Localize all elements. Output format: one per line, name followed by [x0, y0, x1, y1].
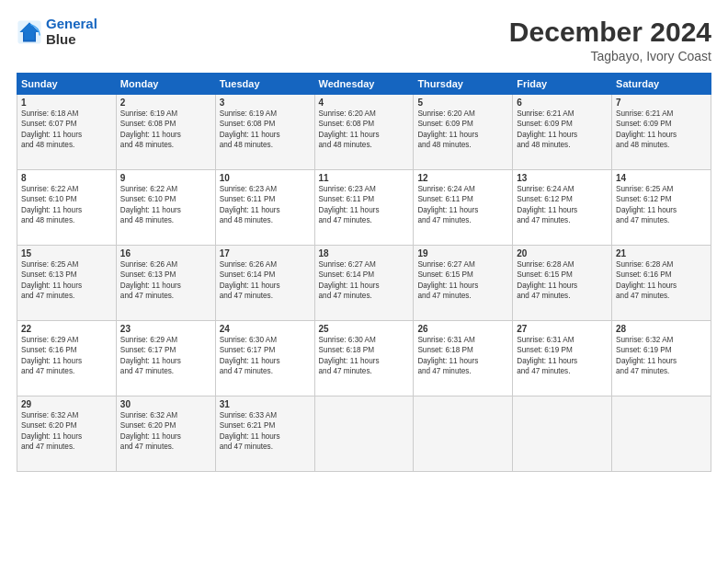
- day-info: Sunrise: 6:24 AMSunset: 6:12 PMDaylight:…: [517, 185, 577, 224]
- day-number: 11: [319, 173, 410, 183]
- day-number: 28: [616, 324, 707, 334]
- calendar-cell: 9 Sunrise: 6:22 AMSunset: 6:10 PMDayligh…: [116, 170, 215, 246]
- logo-icon: [17, 19, 42, 45]
- calendar-cell: 3 Sunrise: 6:19 AMSunset: 6:08 PMDayligh…: [215, 95, 314, 170]
- calendar-cell: 1 Sunrise: 6:18 AMSunset: 6:07 PMDayligh…: [17, 95, 117, 170]
- page: General Blue December 2024 Tagbayo, Ivor…: [0, 0, 728, 563]
- calendar-cell: 25 Sunrise: 6:30 AMSunset: 6:18 PMDaylig…: [314, 321, 414, 396]
- calendar-header-friday: Friday: [513, 74, 612, 95]
- day-number: 18: [319, 248, 410, 259]
- calendar-cell: 5 Sunrise: 6:20 AMSunset: 6:09 PMDayligh…: [414, 95, 513, 170]
- calendar-header-thursday: Thursday: [414, 74, 513, 95]
- logo-text: General Blue: [46, 17, 97, 47]
- logo-line1: General: [46, 16, 97, 31]
- day-info: Sunrise: 6:19 AMSunset: 6:08 PMDaylight:…: [220, 109, 280, 149]
- calendar-cell: 17 Sunrise: 6:26 AMSunset: 6:14 PMDaylig…: [215, 246, 314, 321]
- calendar-cell: [414, 396, 513, 472]
- day-number: 22: [21, 324, 112, 334]
- calendar-cell: 24 Sunrise: 6:30 AMSunset: 6:17 PMDaylig…: [215, 321, 314, 396]
- day-number: 3: [220, 98, 311, 108]
- calendar-cell: 4 Sunrise: 6:20 AMSunset: 6:08 PMDayligh…: [314, 95, 414, 170]
- day-info: Sunrise: 6:27 AMSunset: 6:14 PMDaylight:…: [319, 260, 380, 300]
- calendar-header-saturday: Saturday: [612, 74, 711, 95]
- day-number: 15: [21, 248, 112, 259]
- main-title: December 2024: [509, 17, 711, 47]
- day-info: Sunrise: 6:30 AMSunset: 6:17 PMDaylight:…: [220, 336, 280, 375]
- calendar-cell: 18 Sunrise: 6:27 AMSunset: 6:14 PMDaylig…: [314, 246, 414, 321]
- calendar-cell: 11 Sunrise: 6:23 AMSunset: 6:11 PMDaylig…: [314, 170, 414, 246]
- day-number: 6: [517, 98, 608, 108]
- calendar-header-monday: Monday: [116, 74, 215, 95]
- day-info: Sunrise: 6:22 AMSunset: 6:10 PMDaylight:…: [21, 185, 82, 224]
- calendar-cell: 19 Sunrise: 6:27 AMSunset: 6:15 PMDaylig…: [414, 246, 513, 321]
- day-number: 5: [417, 98, 508, 108]
- calendar-cell: [513, 396, 612, 472]
- calendar-header-sunday: Sunday: [17, 74, 117, 95]
- calendar-cell: 21 Sunrise: 6:28 AMSunset: 6:16 PMDaylig…: [612, 246, 711, 321]
- title-block: December 2024 Tagbayo, Ivory Coast: [509, 17, 711, 63]
- day-info: Sunrise: 6:23 AMSunset: 6:11 PMDaylight:…: [220, 185, 280, 224]
- day-info: Sunrise: 6:20 AMSunset: 6:08 PMDaylight:…: [319, 109, 380, 149]
- day-info: Sunrise: 6:21 AMSunset: 6:09 PMDaylight:…: [616, 109, 677, 149]
- day-number: 29: [21, 399, 112, 409]
- calendar-cell: 7 Sunrise: 6:21 AMSunset: 6:09 PMDayligh…: [612, 95, 711, 170]
- calendar-cell: [314, 396, 414, 472]
- calendar-cell: 16 Sunrise: 6:26 AMSunset: 6:13 PMDaylig…: [116, 246, 215, 321]
- day-info: Sunrise: 6:21 AMSunset: 6:09 PMDaylight:…: [517, 109, 577, 149]
- day-info: Sunrise: 6:31 AMSunset: 6:18 PMDaylight:…: [417, 336, 478, 375]
- day-info: Sunrise: 6:24 AMSunset: 6:11 PMDaylight:…: [417, 185, 478, 224]
- day-number: 19: [417, 248, 508, 259]
- day-number: 10: [220, 173, 311, 183]
- calendar: SundayMondayTuesdayWednesdayThursdayFrid…: [17, 73, 711, 472]
- calendar-header-tuesday: Tuesday: [215, 74, 314, 95]
- calendar-cell: 15 Sunrise: 6:25 AMSunset: 6:13 PMDaylig…: [17, 246, 117, 321]
- day-number: 21: [616, 248, 707, 259]
- calendar-cell: 10 Sunrise: 6:23 AMSunset: 6:11 PMDaylig…: [215, 170, 314, 246]
- day-info: Sunrise: 6:32 AMSunset: 6:20 PMDaylight:…: [21, 411, 82, 451]
- day-number: 1: [21, 98, 112, 108]
- day-info: Sunrise: 6:28 AMSunset: 6:15 PMDaylight:…: [517, 260, 577, 300]
- day-number: 9: [120, 173, 211, 183]
- day-info: Sunrise: 6:25 AMSunset: 6:12 PMDaylight:…: [616, 185, 677, 224]
- calendar-cell: 26 Sunrise: 6:31 AMSunset: 6:18 PMDaylig…: [414, 321, 513, 396]
- calendar-week-row: 29 Sunrise: 6:32 AMSunset: 6:20 PMDaylig…: [17, 396, 711, 472]
- calendar-cell: 12 Sunrise: 6:24 AMSunset: 6:11 PMDaylig…: [414, 170, 513, 246]
- day-info: Sunrise: 6:25 AMSunset: 6:13 PMDaylight:…: [21, 260, 82, 300]
- day-number: 24: [220, 324, 311, 334]
- calendar-cell: 2 Sunrise: 6:19 AMSunset: 6:08 PMDayligh…: [116, 95, 215, 170]
- day-number: 25: [319, 324, 410, 334]
- day-info: Sunrise: 6:33 AMSunset: 6:21 PMDaylight:…: [220, 411, 280, 451]
- header: General Blue December 2024 Tagbayo, Ivor…: [17, 17, 711, 63]
- day-info: Sunrise: 6:26 AMSunset: 6:14 PMDaylight:…: [220, 260, 280, 300]
- calendar-cell: 29 Sunrise: 6:32 AMSunset: 6:20 PMDaylig…: [17, 396, 117, 472]
- subtitle: Tagbayo, Ivory Coast: [509, 49, 711, 63]
- day-info: Sunrise: 6:29 AMSunset: 6:16 PMDaylight:…: [21, 336, 82, 375]
- day-number: 16: [120, 248, 211, 259]
- day-info: Sunrise: 6:29 AMSunset: 6:17 PMDaylight:…: [120, 336, 181, 375]
- day-number: 26: [417, 324, 508, 334]
- calendar-cell: 27 Sunrise: 6:31 AMSunset: 6:19 PMDaylig…: [513, 321, 612, 396]
- calendar-week-row: 22 Sunrise: 6:29 AMSunset: 6:16 PMDaylig…: [17, 321, 711, 396]
- calendar-cell: 14 Sunrise: 6:25 AMSunset: 6:12 PMDaylig…: [612, 170, 711, 246]
- day-info: Sunrise: 6:22 AMSunset: 6:10 PMDaylight:…: [120, 185, 181, 224]
- calendar-cell: 30 Sunrise: 6:32 AMSunset: 6:20 PMDaylig…: [116, 396, 215, 472]
- day-info: Sunrise: 6:19 AMSunset: 6:08 PMDaylight:…: [120, 109, 181, 149]
- day-number: 27: [517, 324, 608, 334]
- calendar-header-wednesday: Wednesday: [314, 74, 414, 95]
- calendar-header-row: SundayMondayTuesdayWednesdayThursdayFrid…: [17, 74, 711, 95]
- day-number: 20: [517, 248, 608, 259]
- day-number: 31: [220, 399, 311, 409]
- day-number: 30: [120, 399, 211, 409]
- day-info: Sunrise: 6:32 AMSunset: 6:19 PMDaylight:…: [616, 336, 677, 375]
- day-info: Sunrise: 6:26 AMSunset: 6:13 PMDaylight:…: [120, 260, 181, 300]
- day-number: 14: [616, 173, 707, 183]
- day-number: 23: [120, 324, 211, 334]
- calendar-cell: 23 Sunrise: 6:29 AMSunset: 6:17 PMDaylig…: [116, 321, 215, 396]
- day-info: Sunrise: 6:28 AMSunset: 6:16 PMDaylight:…: [616, 260, 677, 300]
- day-number: 12: [417, 173, 508, 183]
- day-info: Sunrise: 6:18 AMSunset: 6:07 PMDaylight:…: [21, 109, 82, 149]
- calendar-cell: 20 Sunrise: 6:28 AMSunset: 6:15 PMDaylig…: [513, 246, 612, 321]
- day-info: Sunrise: 6:30 AMSunset: 6:18 PMDaylight:…: [319, 336, 380, 375]
- calendar-cell: 13 Sunrise: 6:24 AMSunset: 6:12 PMDaylig…: [513, 170, 612, 246]
- logo-line2: Blue: [46, 32, 97, 48]
